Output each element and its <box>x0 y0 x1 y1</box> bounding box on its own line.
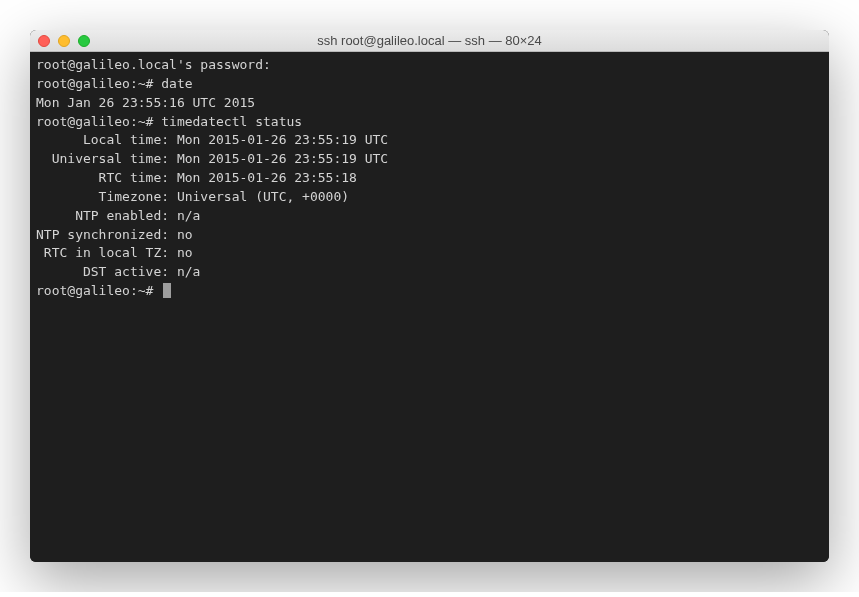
terminal-line: Local time: Mon 2015-01-26 23:55:19 UTC <box>36 131 823 150</box>
terminal-window: ssh root@galileo.local — ssh — 80×24 roo… <box>30 30 829 562</box>
terminal-line: Universal time: Mon 2015-01-26 23:55:19 … <box>36 150 823 169</box>
window-title: ssh root@galileo.local — ssh — 80×24 <box>30 33 829 48</box>
terminal-line: Timezone: Universal (UTC, +0000) <box>36 188 823 207</box>
terminal-line: Mon Jan 26 23:55:16 UTC 2015 <box>36 94 823 113</box>
traffic-lights <box>38 35 90 47</box>
terminal-line: NTP enabled: n/a <box>36 207 823 226</box>
terminal-line: root@galileo.local's password: <box>36 56 823 75</box>
close-button[interactable] <box>38 35 50 47</box>
window-titlebar: ssh root@galileo.local — ssh — 80×24 <box>30 30 829 52</box>
terminal-line: RTC time: Mon 2015-01-26 23:55:18 <box>36 169 823 188</box>
cursor <box>163 283 171 298</box>
terminal-line: root@galileo:~# date <box>36 75 823 94</box>
minimize-button[interactable] <box>58 35 70 47</box>
terminal-line: root@galileo:~# timedatectl status <box>36 113 823 132</box>
maximize-button[interactable] <box>78 35 90 47</box>
terminal-line: DST active: n/a <box>36 263 823 282</box>
terminal-body[interactable]: root@galileo.local's password:root@galil… <box>30 52 829 562</box>
terminal-line: RTC in local TZ: no <box>36 244 823 263</box>
terminal-line: NTP synchronized: no <box>36 226 823 245</box>
prompt: root@galileo:~# <box>36 283 161 298</box>
terminal-prompt-line: root@galileo:~# <box>36 282 823 301</box>
